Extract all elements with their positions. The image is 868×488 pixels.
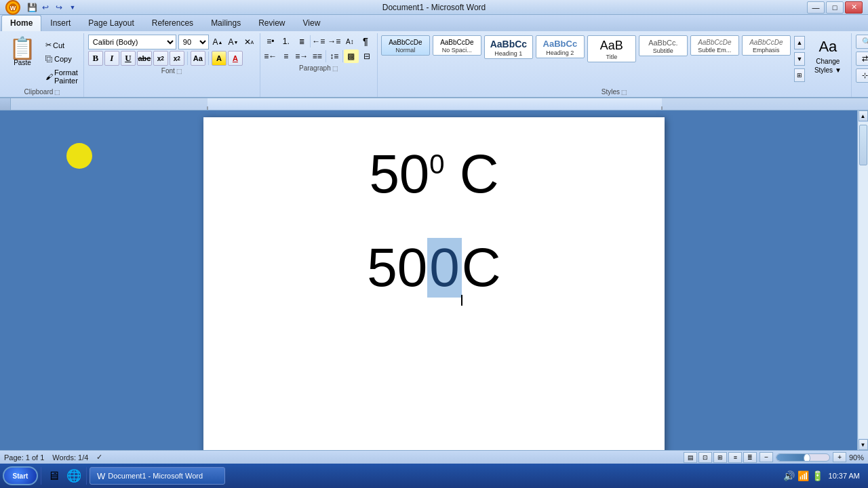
justify-button[interactable]: ≡≡ [310, 49, 325, 63]
close-button[interactable]: ✕ [845, 1, 863, 14]
save-button[interactable]: 💾 [26, 1, 38, 14]
italic-button[interactable]: I [104, 51, 119, 66]
clear-formatting-button[interactable]: ✕A [242, 35, 256, 49]
paragraph-expand-icon[interactable]: ⬚ [332, 65, 338, 72]
font-size-select[interactable]: 90 [178, 35, 209, 49]
bullets-button[interactable]: ≡• [263, 35, 278, 48]
show-formatting-button[interactable]: ¶ [358, 35, 373, 48]
clipboard-expand-icon[interactable]: ⬚ [54, 89, 60, 96]
change-styles-button[interactable]: Aa ChangeStyles ▼ [808, 35, 848, 78]
sort-button[interactable]: A↕ [342, 35, 357, 48]
tab-view[interactable]: View [294, 15, 330, 31]
style-subtitle[interactable]: AaBbCc. Subtitle [639, 35, 688, 56]
cut-button[interactable]: ✂ Cut [43, 39, 81, 52]
strikethrough-button[interactable]: abc [137, 51, 152, 66]
taskbar-show-desktop[interactable]: 🖥 [44, 466, 63, 485]
spell-check-icon[interactable]: ✓ [96, 453, 102, 462]
tab-page-layout[interactable]: Page Layout [79, 15, 142, 31]
find-button[interactable]: 🔍 Find ▼ [856, 35, 868, 49]
taskbar-word-button[interactable]: W Document1 - Microsoft Word [90, 467, 225, 485]
customize-qat-button[interactable]: ▼ [66, 1, 79, 14]
font-group: Calibri (Body) 90 A▲ A▼ ✕A B I U abc x2 … [84, 33, 260, 97]
tab-review[interactable]: Review [250, 15, 294, 31]
borders-button[interactable]: ⊟ [359, 49, 374, 63]
draft-view-button[interactable]: ≣ [743, 452, 757, 463]
style-heading2[interactable]: AaBbCc Heading 2 [536, 35, 585, 58]
zoom-in-button[interactable]: + [833, 452, 846, 462]
system-tray: 🔊 📶 🔋 10:37 AM [783, 470, 865, 481]
scroll-down-button[interactable]: ▼ [859, 439, 868, 450]
style-heading1[interactable]: AaBbCc Heading 1 [484, 35, 533, 59]
font-family-select[interactable]: Calibri (Body) [88, 35, 176, 49]
change-case-button[interactable]: Aa [191, 51, 205, 66]
style-normal[interactable]: AaBbCcDe Normal [381, 35, 430, 56]
styles-scroll-up[interactable]: ▲ [794, 36, 805, 49]
replace-button[interactable]: ⇄ Replace [856, 52, 868, 66]
highlight-button[interactable]: A [212, 51, 226, 66]
paste-button[interactable]: 📋 Paste [4, 35, 41, 69]
align-right-button[interactable]: ≡→ [294, 49, 309, 63]
undo-button[interactable]: ↩ [39, 1, 52, 14]
font-divider2 [208, 52, 209, 65]
style-normal-label: Normal [395, 47, 415, 54]
select-button[interactable]: ⊹ Select ▼ [856, 68, 868, 83]
change-styles-icon: Aa [818, 38, 837, 56]
start-button[interactable]: Start [3, 466, 38, 485]
tray-icon3[interactable]: 🔋 [812, 470, 823, 481]
styles-scroll-down[interactable]: ▼ [794, 52, 805, 66]
numbering-button[interactable]: 1. [279, 35, 294, 48]
scroll-up-button[interactable]: ▲ [859, 110, 868, 121]
styles-expand-icon[interactable]: ⬚ [621, 89, 627, 96]
full-screen-button[interactable]: ⊡ [698, 452, 712, 463]
style-emphasis-label: Emphasis [753, 47, 780, 54]
zoom-thumb[interactable] [804, 453, 810, 462]
style-emphasis[interactable]: AaBbCcDe Emphasis [742, 35, 791, 56]
increase-indent-button[interactable]: →≡ [327, 35, 342, 48]
zoom-out-button[interactable]: − [760, 452, 773, 462]
scroll-thumb[interactable] [859, 125, 867, 165]
font-expand-icon[interactable]: ⬚ [176, 68, 182, 75]
tab-references[interactable]: References [143, 15, 202, 31]
maximize-button[interactable]: □ [826, 1, 844, 14]
shrink-font-button[interactable]: A▼ [226, 35, 240, 49]
minimize-button[interactable]: — [807, 1, 825, 14]
clock[interactable]: 10:37 AM [826, 472, 863, 480]
redo-button[interactable]: ↪ [53, 1, 65, 14]
multilevel-list-button[interactable]: ≣ [294, 35, 309, 48]
vertical-scrollbar[interactable]: ▲ ▼ [857, 110, 868, 450]
tray-icon2[interactable]: 📶 [797, 470, 809, 481]
tab-mailings[interactable]: Mailings [202, 15, 250, 31]
grow-font-button[interactable]: A▲ [211, 35, 224, 49]
style-subtle-em[interactable]: AaBbCcDe Subtle Em... [690, 35, 739, 56]
scroll-track[interactable] [859, 122, 868, 439]
format-painter-button[interactable]: 🖌 Format Painter [43, 66, 81, 87]
taskbar-browser[interactable]: 🌐 [64, 466, 83, 485]
font-color-button[interactable]: A [228, 51, 243, 66]
decrease-indent-button[interactable]: ←≡ [311, 35, 326, 48]
outline-view-button[interactable]: ≡ [728, 452, 742, 463]
style-title[interactable]: AaB Title [587, 35, 636, 62]
ruler [0, 98, 868, 110]
style-no-spacing[interactable]: AaBbCcDe No Spaci... [433, 35, 481, 56]
copy-button[interactable]: ⿻ Copy [43, 53, 81, 65]
tab-home[interactable]: Home [1, 15, 41, 31]
subscript-button[interactable]: x2 [153, 51, 168, 66]
styles-show-all[interactable]: ⊞ [794, 68, 805, 82]
document-page[interactable]: 500 C 500 C [203, 117, 665, 450]
shading-button[interactable]: ▩ [344, 49, 359, 63]
editing-group: 🔍 Find ▼ ⇄ Replace ⊹ Select ▼ Editing [852, 33, 868, 97]
align-left-button[interactable]: ≡← [263, 49, 278, 63]
underline-button[interactable]: U [121, 51, 136, 66]
tray-icon1[interactable]: 🔊 [783, 470, 795, 481]
tab-insert[interactable]: Insert [41, 15, 79, 31]
align-center-button[interactable]: ≡ [279, 49, 294, 63]
scissors-icon: ✂ [45, 41, 52, 49]
bold-button[interactable]: B [88, 51, 103, 66]
line-spacing-button[interactable]: ↕≡ [327, 49, 342, 63]
page-area[interactable]: 500 C 500 C [11, 110, 857, 450]
web-layout-button[interactable]: ⊞ [713, 452, 727, 463]
superscript-button[interactable]: x2 [170, 51, 184, 66]
office-button[interactable]: W [5, 0, 20, 15]
zoom-slider[interactable] [776, 453, 830, 462]
print-layout-button[interactable]: ▤ [684, 452, 697, 463]
